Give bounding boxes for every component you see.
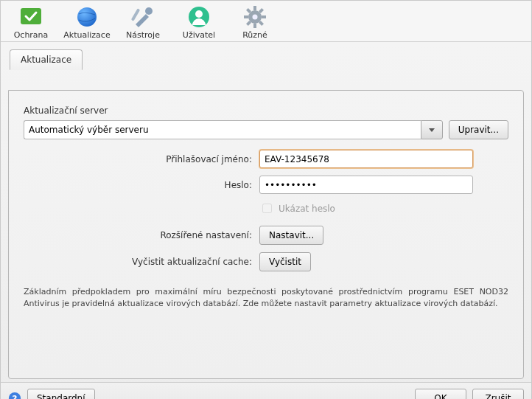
show-password-checkbox[interactable] [262,204,272,213]
tab-strip: Aktualizace [8,49,524,70]
toolbar-item-misc[interactable]: Různé [234,5,276,40]
server-combo [24,120,443,139]
toolbar-item-tools[interactable]: Nástroje [122,5,164,40]
dialog-footer: ? Standardní OK Zrušit [1,382,531,399]
globe-icon [75,5,99,29]
svg-text:?: ? [13,394,18,400]
cancel-button[interactable]: Zrušit [472,389,524,399]
cache-row: Vyčistit aktualizační cache: Vyčistit [24,252,508,271]
update-panel: Aktualizační server Upravit... Přihlašov… [8,90,524,379]
svg-rect-0 [21,8,41,24]
svg-rect-10 [244,15,248,18]
password-input[interactable] [259,176,473,194]
advanced-label: Rozšířené nastavení: [24,230,252,240]
default-button[interactable]: Standardní [27,389,95,399]
tab-update[interactable]: Aktualizace [10,49,83,70]
server-dropdown-button[interactable] [421,120,443,139]
login-input[interactable] [259,150,473,168]
main-toolbar: Ochrana Aktualizace Nástroje Uživatel Rů… [1,1,531,42]
toolbar-label: Aktualizace [63,30,110,40]
ok-button[interactable]: OK [415,389,466,399]
svg-rect-3 [131,8,140,21]
edit-server-button[interactable]: Upravit... [449,120,508,139]
toolbar-item-update[interactable]: Aktualizace [66,5,108,40]
show-password-row: Ukázat heslo [259,201,508,215]
server-section-label: Aktualizační server [24,105,508,116]
help-icon[interactable]: ? [8,392,21,399]
server-input[interactable] [24,120,421,139]
toolbar-label: Různé [242,30,267,40]
user-icon [187,5,211,29]
content-area: Aktualizace Aktualizační server Upravit.… [1,42,531,382]
password-row: Heslo: [24,176,508,194]
server-row: Upravit... [24,120,508,139]
chevron-down-icon [429,128,435,132]
advanced-row: Rozšířené nastavení: Nastavit... [24,226,508,245]
svg-rect-8 [253,6,256,10]
password-label: Heslo: [24,180,252,190]
svg-point-7 [253,15,258,20]
svg-rect-9 [253,24,256,28]
show-password-label: Ukázat heslo [279,204,335,214]
cache-label: Vyčistit aktualizační cache: [24,257,252,267]
tab-label: Aktualizace [21,55,71,65]
svg-point-1 [77,7,97,27]
toolbar-label: Uživatel [183,30,215,40]
clear-cache-button[interactable]: Vyčistit [259,252,311,271]
svg-point-5 [195,10,203,18]
svg-point-2 [145,7,153,15]
toolbar-label: Ochrana [14,30,49,40]
wrench-screwdriver-icon [131,5,155,29]
toolbar-label: Nástroje [126,30,160,40]
shield-check-icon [19,5,43,29]
advanced-button[interactable]: Nastavit... [259,226,323,245]
toolbar-item-protection[interactable]: Ochrana [10,5,52,40]
svg-rect-11 [262,15,266,18]
settings-window: Ochrana Aktualizace Nástroje Uživatel Rů… [0,0,532,399]
login-row: Přihlašovací jméno: [24,150,508,168]
description-text: Základním předpokladem pro maximální mír… [24,286,508,310]
toolbar-item-user[interactable]: Uživatel [178,5,220,40]
gear-icon [243,5,267,29]
login-label: Přihlašovací jméno: [24,154,252,164]
